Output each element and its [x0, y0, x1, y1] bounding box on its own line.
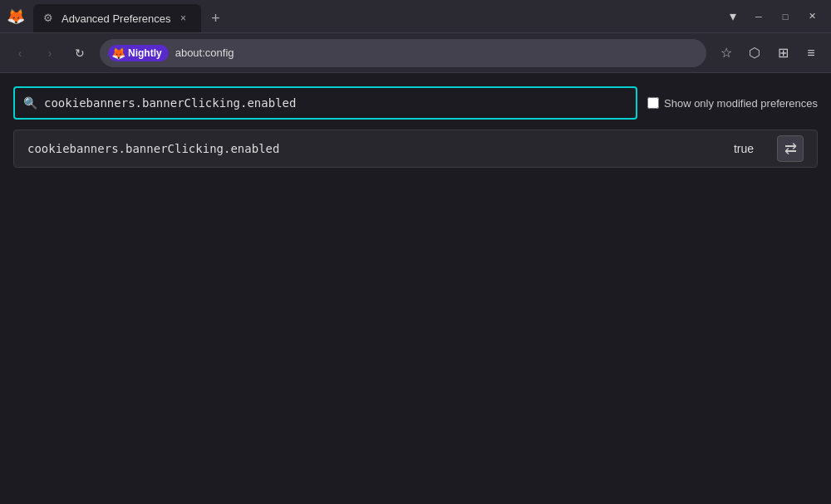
nightly-logo-icon: 🦊 — [111, 46, 125, 60]
preference-name: cookiebanners.bannerClicking.enabled — [27, 142, 711, 155]
forward-button[interactable]: › — [37, 40, 63, 66]
preference-value: true — [711, 142, 777, 155]
reload-icon: ↻ — [75, 46, 85, 60]
preference-search-input[interactable] — [44, 96, 627, 110]
forward-icon: › — [48, 46, 52, 60]
results-table: cookiebanners.bannerClicking.enabled tru… — [13, 130, 818, 168]
search-input-wrapper: 🔍 — [13, 86, 637, 120]
table-row[interactable]: cookiebanners.bannerClicking.enabled tru… — [14, 130, 817, 167]
tab-close-button[interactable]: × — [176, 11, 191, 26]
tab-list-dropdown[interactable]: ▾ — [721, 5, 745, 28]
pocket-button[interactable]: ⬡ — [741, 40, 768, 66]
address-bar[interactable]: 🦊 Nightly about:config — [100, 39, 706, 67]
show-modified-label: Show only modified preferences — [664, 97, 818, 110]
search-icon: 🔍 — [23, 96, 37, 110]
maximize-button[interactable]: □ — [773, 5, 798, 28]
toolbar: ‹ › ↻ 🦊 Nightly about:config ☆ ⬡ ⊞ ≡ — [0, 33, 831, 73]
page-content: 🔍 Show only modified preferences cookieb… — [0, 73, 831, 504]
extensions-button[interactable]: ⊞ — [770, 40, 796, 66]
reload-button[interactable]: ↻ — [66, 40, 93, 66]
menu-icon: ≡ — [807, 46, 814, 61]
toolbar-actions: ☆ ⬡ ⊞ ≡ — [713, 40, 824, 66]
menu-button[interactable]: ≡ — [798, 40, 824, 66]
active-tab[interactable]: ⚙ Advanced Preferences × — [33, 4, 201, 32]
new-tab-button[interactable]: + — [204, 7, 228, 30]
url-display: about:config — [175, 46, 698, 59]
back-icon: ‹ — [18, 46, 22, 60]
tab-settings-icon: ⚙ — [43, 12, 57, 25]
nightly-label: Nightly — [128, 47, 162, 59]
close-window-button[interactable]: ✕ — [799, 5, 824, 28]
back-button[interactable]: ‹ — [7, 40, 33, 66]
dropdown-arrow-icon: ▾ — [730, 8, 736, 24]
tab-bar: ⚙ Advanced Preferences × + — [33, 0, 716, 32]
bookmark-icon: ☆ — [720, 45, 732, 61]
show-modified-checkbox[interactable] — [647, 97, 659, 109]
nightly-badge: 🦊 Nightly — [108, 45, 169, 61]
bookmark-button[interactable]: ☆ — [713, 40, 740, 66]
show-modified-container: Show only modified preferences — [647, 97, 818, 110]
firefox-icon: 🦊 — [7, 7, 25, 26]
title-bar: 🦊 ⚙ Advanced Preferences × + ▾ ─ □ ✕ — [0, 0, 831, 33]
minimize-button[interactable]: ─ — [746, 5, 771, 28]
toggle-value-button[interactable]: ⇄ — [777, 135, 804, 162]
title-bar-controls: ▾ ─ □ ✕ — [721, 5, 824, 28]
pocket-icon: ⬡ — [749, 45, 760, 61]
extensions-icon: ⊞ — [778, 45, 789, 61]
tab-title: Advanced Preferences — [61, 12, 171, 25]
search-bar-container: 🔍 Show only modified preferences — [13, 86, 818, 120]
toggle-icon: ⇄ — [784, 139, 797, 158]
